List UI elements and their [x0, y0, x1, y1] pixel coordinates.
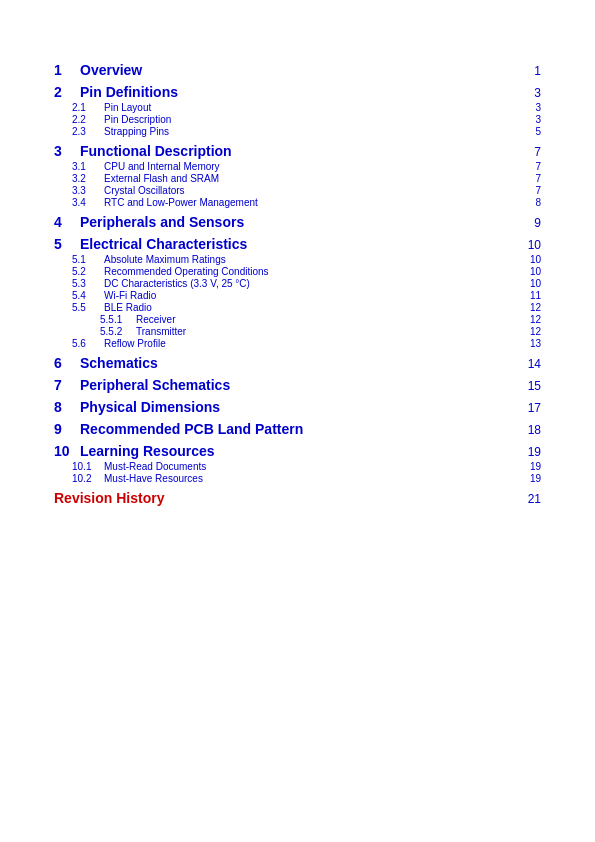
toc-sub-num: 3.4: [72, 197, 104, 208]
toc-main-page: 7: [517, 145, 541, 159]
toc-main-page: 10: [517, 238, 541, 252]
toc-main-entry[interactable]: 8Physical Dimensions17: [54, 399, 541, 415]
toc-sub-label: Recommended Operating Conditions: [104, 266, 517, 277]
toc-sub-page: 10: [517, 278, 541, 289]
toc-sub-label: Must-Read Documents: [104, 461, 517, 472]
toc-sub-label: Crystal Oscillators: [104, 185, 517, 196]
toc-main-label: Learning Resources: [80, 443, 517, 459]
toc-main-entry[interactable]: 7Peripheral Schematics15: [54, 377, 541, 393]
toc-section: 5Electrical Characteristics105.1Absolute…: [54, 236, 541, 349]
toc-sub-entry[interactable]: 10.2Must-Have Resources19: [54, 473, 541, 484]
toc-main-label: Recommended PCB Land Pattern: [80, 421, 517, 437]
toc-sub-entry[interactable]: 5.6Reflow Profile13: [54, 338, 541, 349]
toc-sub-entry[interactable]: 3.1CPU and Internal Memory7: [54, 161, 541, 172]
toc-sub-page: 5: [517, 126, 541, 137]
toc-main-label: Overview: [80, 62, 517, 78]
toc-sub-entry[interactable]: 5.1Absolute Maximum Ratings10: [54, 254, 541, 265]
toc-main-label: Peripheral Schematics: [80, 377, 517, 393]
toc-sub-page: 13: [517, 338, 541, 349]
toc-sub-num: 5.4: [72, 290, 104, 301]
toc-sub-num: 3.2: [72, 173, 104, 184]
toc-sub-entry[interactable]: 5.5BLE Radio12: [54, 302, 541, 313]
toc-sub-entry[interactable]: 3.2External Flash and SRAM7: [54, 173, 541, 184]
toc-main-page: 17: [517, 401, 541, 415]
toc-sub-num: 3.3: [72, 185, 104, 196]
toc-section: 9Recommended PCB Land Pattern18: [54, 421, 541, 437]
toc-sub-num: 2.2: [72, 114, 104, 125]
toc-sub-label: Pin Description: [104, 114, 517, 125]
toc-subsub-label: Receiver: [136, 314, 517, 325]
toc-main-entry[interactable]: 4Peripherals and Sensors9: [54, 214, 541, 230]
toc-sub-num: 5.3: [72, 278, 104, 289]
toc-sub-page: 19: [517, 461, 541, 472]
toc-sub-entry[interactable]: 2.2Pin Description3: [54, 114, 541, 125]
toc-section: 4Peripherals and Sensors9: [54, 214, 541, 230]
toc-sub-num: 3.1: [72, 161, 104, 172]
toc-sub-num: 10.2: [72, 473, 104, 484]
toc-sub-num: 2.3: [72, 126, 104, 137]
toc-sub-label: CPU and Internal Memory: [104, 161, 517, 172]
toc-main-num: 6: [54, 355, 80, 371]
toc-section: 10Learning Resources1910.1Must-Read Docu…: [54, 443, 541, 484]
toc-main-entry[interactable]: 9Recommended PCB Land Pattern18: [54, 421, 541, 437]
toc-main-page: 9: [517, 216, 541, 230]
toc-main-page: 19: [517, 445, 541, 459]
toc-main-num: 5: [54, 236, 80, 252]
toc-sub-page: 8: [517, 197, 541, 208]
toc-sub-label: Strapping Pins: [104, 126, 517, 137]
toc-main-entry[interactable]: 6Schematics14: [54, 355, 541, 371]
toc-sub-num: 10.1: [72, 461, 104, 472]
toc-sub-entry[interactable]: 3.3Crystal Oscillators7: [54, 185, 541, 196]
toc-sub-entry[interactable]: 2.3Strapping Pins5: [54, 126, 541, 137]
toc-subsub-page: 12: [517, 314, 541, 325]
toc-subsub-num: 5.5.1: [100, 314, 136, 325]
toc-sub-num: 2.1: [72, 102, 104, 113]
toc-sub-label: External Flash and SRAM: [104, 173, 517, 184]
toc-sub-num: 5.5: [72, 302, 104, 313]
toc-main-label: Pin Definitions: [80, 84, 517, 100]
toc-main-entry[interactable]: 2Pin Definitions3: [54, 84, 541, 100]
toc-main-label: Peripherals and Sensors: [80, 214, 517, 230]
toc-sub-page: 12: [517, 302, 541, 313]
toc-main-entry[interactable]: 10Learning Resources19: [54, 443, 541, 459]
toc-sub-page: 7: [517, 173, 541, 184]
toc-sub-label: DC Characteristics (3.3 V, 25 °C): [104, 278, 517, 289]
toc-main-entry[interactable]: 5Electrical Characteristics10: [54, 236, 541, 252]
toc-sub-page: 7: [517, 185, 541, 196]
toc-revision-entry[interactable]: Revision History21: [54, 490, 541, 506]
toc-sub-page: 7: [517, 161, 541, 172]
toc-sub-entry[interactable]: 5.3DC Characteristics (3.3 V, 25 °C)10: [54, 278, 541, 289]
toc-sub-entry[interactable]: 5.4Wi-Fi Radio11: [54, 290, 541, 301]
toc-sub-label: RTC and Low-Power Management: [104, 197, 517, 208]
toc-sub-entry[interactable]: 10.1Must-Read Documents19: [54, 461, 541, 472]
toc-subsub-num: 5.5.2: [100, 326, 136, 337]
toc-revision-page: 21: [517, 492, 541, 506]
toc-main-num: 10: [54, 443, 80, 459]
toc-main-num: 8: [54, 399, 80, 415]
toc-sub-num: 5.6: [72, 338, 104, 349]
toc-sub-label: Must-Have Resources: [104, 473, 517, 484]
toc-main-page: 1: [517, 64, 541, 78]
toc-sub-label: BLE Radio: [104, 302, 517, 313]
toc-main-label: Electrical Characteristics: [80, 236, 517, 252]
toc-subsub-entry[interactable]: 5.5.1Receiver12: [54, 314, 541, 325]
toc-main-num: 4: [54, 214, 80, 230]
toc-sub-num: 5.2: [72, 266, 104, 277]
toc-main-page: 15: [517, 379, 541, 393]
toc-section: 6Schematics14: [54, 355, 541, 371]
toc-main-num: 2: [54, 84, 80, 100]
toc-subsub-entry[interactable]: 5.5.2Transmitter12: [54, 326, 541, 337]
toc-main-entry[interactable]: 1Overview1: [54, 62, 541, 78]
toc-main-page: 14: [517, 357, 541, 371]
toc-sub-label: Pin Layout: [104, 102, 517, 113]
toc-sub-entry[interactable]: 5.2Recommended Operating Conditions10: [54, 266, 541, 277]
toc-sub-entry[interactable]: 2.1Pin Layout3: [54, 102, 541, 113]
toc-section: 8Physical Dimensions17: [54, 399, 541, 415]
toc-sub-entry[interactable]: 3.4RTC and Low-Power Management8: [54, 197, 541, 208]
toc-main-entry[interactable]: 3Functional Description7: [54, 143, 541, 159]
toc-sub-page: 19: [517, 473, 541, 484]
toc-section: 1Overview1: [54, 62, 541, 78]
toc-main-num: 7: [54, 377, 80, 393]
toc-sub-page: 3: [517, 114, 541, 125]
toc-subsub-label: Transmitter: [136, 326, 517, 337]
